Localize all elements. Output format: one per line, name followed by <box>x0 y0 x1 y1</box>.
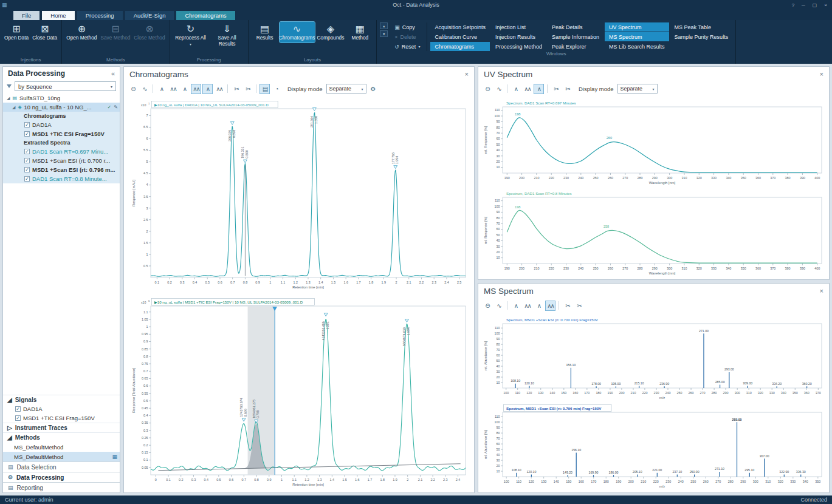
window-item-uv-spectrum[interactable]: UV Spectrum <box>605 22 669 32</box>
close-icon[interactable]: × <box>824 2 827 8</box>
autoscale-icon[interactable]: ∿ <box>139 84 150 94</box>
tree-injection-node[interactable]: ◢ ◈ 10 ng_uL sulfa - 10 NG_... ✓ ✎ <box>3 103 120 112</box>
retention-clock-icon[interactable]: ◔ <box>271 84 281 94</box>
checkbox-checked[interactable]: ✓ <box>15 406 21 412</box>
window-item-sample-purity-results[interactable]: Sample Purity Results <box>670 32 733 41</box>
settings-gear-icon[interactable]: ⚙ <box>368 84 378 94</box>
help-icon[interactable]: ? <box>792 2 794 8</box>
close-panel-icon[interactable]: × <box>820 287 823 295</box>
tree-spectrum-dad1-0697[interactable]: ✓ DAD1 Scan RT=0.697 Minu... <box>3 147 120 156</box>
expander-icon[interactable]: ◢ <box>7 434 12 441</box>
checkbox-checked[interactable]: ✓ <box>24 131 30 137</box>
reprocess-all-button[interactable]: ↻ Reprocess All ▾ <box>173 22 208 48</box>
sidebar-tab-reporting[interactable]: ▤ Reporting <box>3 482 120 492</box>
window-item-chromatograms[interactable]: Chromatograms <box>430 42 490 51</box>
autoscale-icon[interactable]: ∿ <box>493 84 504 94</box>
window-item-injection-list[interactable]: Injection List <box>491 22 546 32</box>
signals-section-header[interactable]: ◢ Signals <box>3 395 120 404</box>
signals-item-msd1-tic[interactable]: ✓ MSD1 +TIC ESI Frag=150V <box>3 414 120 423</box>
layout-method-button[interactable]: ▦ Method <box>346 22 373 43</box>
window-item-ms-spectrum[interactable]: MS Spectrum <box>605 32 669 41</box>
link-spectra-icon[interactable]: ∧ <box>534 84 544 94</box>
stack-spectra-icon[interactable]: ∧ <box>534 301 544 311</box>
tab-audit-esign[interactable]: Audit/E-Sign <box>125 11 174 20</box>
subtract-spectrum-icon[interactable]: ✂ <box>562 84 572 94</box>
tree-signal-dad1a[interactable]: ✓ DAD1A <box>3 120 120 129</box>
subtract-spectrum-icon[interactable]: ✂ <box>574 301 584 311</box>
zoom-out-icon[interactable]: ⊖ <box>482 84 492 94</box>
tic-chromatogram-chart[interactable]: 00.10.20.30.40.50.60.70.80.911.11.21.31.… <box>126 296 472 491</box>
instrument-traces-header[interactable]: ▷ Instrument Traces <box>3 423 120 432</box>
overlay-spectra-icon[interactable]: ∧ <box>511 84 521 94</box>
display-mode-select[interactable]: Separate ▾ <box>617 84 658 94</box>
tab-file[interactable]: File <box>13 11 40 20</box>
method-item-2[interactable]: MS_DefaultMethod ▦ <box>3 452 120 461</box>
manual-integration-icon[interactable]: ✂ <box>231 84 241 94</box>
tree-signal-msd1-tic[interactable]: ✓ MSD1 +TIC ESI Frag=150V <box>3 129 120 138</box>
checkbox-checked[interactable]: ✓ <box>24 122 30 128</box>
separate-signals-icon[interactable]: ∧∧ <box>168 84 178 94</box>
split-peak-icon[interactable]: ✂ <box>242 84 253 94</box>
window-item-peak-details[interactable]: Peak Details <box>548 22 603 32</box>
method-grid-icon[interactable]: ▦ <box>112 454 117 460</box>
zoom-out-icon[interactable]: ⊖ <box>482 301 492 311</box>
expander-icon[interactable]: ◢ <box>12 105 15 110</box>
minimize-icon[interactable]: ─ <box>802 2 805 8</box>
checkbox-checked[interactable]: ✓ <box>24 167 30 172</box>
zoom-out-icon[interactable]: ⊖ <box>128 84 138 94</box>
maximize-icon[interactable]: ▢ <box>813 2 817 8</box>
window-item-processing-method[interactable]: Processing Method <box>491 42 546 51</box>
reset-window-button[interactable]: ↺ Reset ▾ <box>391 42 424 51</box>
copy-window-button[interactable]: ▣ Copy <box>391 22 424 32</box>
extract-spectrum-icon[interactable]: ✂ <box>562 301 572 311</box>
window-item-calibration-curve[interactable]: Calibration Curve <box>430 32 490 41</box>
group-by-dropdown[interactable]: by Sequence ▾ <box>15 81 116 91</box>
checkbox-checked[interactable]: ✓ <box>15 415 21 421</box>
ms-spectrum-chart-0796[interactable]: 1001101201301401501601701801902002102202… <box>481 404 827 490</box>
dad1a-chromatogram-chart[interactable]: 0.10.20.30.40.50.60.70.80.911.11.21.31.4… <box>126 98 472 293</box>
pencil-icon[interactable]: ✎ <box>114 104 118 110</box>
checkbox-checked[interactable]: ✓ <box>24 176 30 182</box>
tab-chromatograms[interactable]: Chromatograms <box>176 11 235 20</box>
checkbox-checked[interactable]: ✓ <box>24 158 30 163</box>
uv-spectrum-chart-0697[interactable]: 1902002102202302402502602702802903003103… <box>481 98 827 186</box>
window-item-ms-peak-table[interactable]: MS Peak Table <box>670 22 733 32</box>
delete-window-button[interactable]: × Delete <box>391 32 424 41</box>
tree-spectrum-msd1-0796[interactable]: ✓ MSD1 +Scan ESI (rt: 0.796 m... <box>3 165 120 174</box>
display-mode-select[interactable]: Separate ▾ <box>326 84 366 94</box>
close-data-button[interactable]: ⊠ Close Data <box>31 22 58 43</box>
sidebar-tab-data-selection[interactable]: ▤ Data Selection <box>3 461 120 472</box>
uv-spectrum-chart-08[interactable]: 1902002102202302402502602702802903003103… <box>481 189 827 277</box>
signal-details-icon[interactable]: ▤ <box>260 84 270 94</box>
tree-spectrum-msd1-0700[interactable]: ✓ MSD1 +Scan ESI (rt: 0.700 r... <box>3 156 120 165</box>
layout-chromatograms-button[interactable]: ∿ Chromatograms <box>280 22 315 43</box>
window-item-sample-information[interactable]: Sample Information <box>548 32 603 41</box>
link-x-axes-icon[interactable]: ∧∧ <box>191 84 201 94</box>
expander-icon[interactable]: ◢ <box>7 397 12 403</box>
checkbox-checked[interactable]: ✓ <box>24 149 30 154</box>
signals-item-dad1a[interactable]: ✓ DAD1A <box>3 404 120 414</box>
save-method-button[interactable]: ⊟ Save Method <box>99 22 131 43</box>
stack-signals-icon[interactable]: ∧ <box>179 84 190 94</box>
methods-section-header[interactable]: ◢ Methods <box>3 432 120 442</box>
separate-spectra-icon[interactable]: ∧∧ <box>522 84 532 94</box>
sidebar-tab-data-processing[interactable]: ⚙ Data Processing <box>3 472 120 482</box>
method-item-1[interactable]: MS_DefaultMethod <box>3 442 120 452</box>
extract-spectrum-icon[interactable]: ✂ <box>551 84 561 94</box>
window-item-acquisition-setpoints[interactable]: Acquisition Setpoints <box>430 22 490 32</box>
window-item-injection-results[interactable]: Injection Results <box>491 32 546 41</box>
save-all-results-button[interactable]: ⇓ Save All Results <box>210 22 245 48</box>
layout-compounds-button[interactable]: ◈ Compounds <box>316 22 346 43</box>
show-peak-labels-icon[interactable]: ∧∧ <box>214 84 224 94</box>
window-item-ms-lib-search-results[interactable]: MS Lib Search Results <box>605 42 669 51</box>
ms-spectrum-chart-0700[interactable]: 1001101201301401501601701801902002102202… <box>481 315 827 401</box>
separate-spectra-icon[interactable]: ∧∧ <box>522 301 532 311</box>
overlay-spectra-icon[interactable]: ∧ <box>511 301 521 311</box>
close-panel-icon[interactable]: × <box>820 70 823 78</box>
link-spectra-icon[interactable]: ∧∧ <box>545 301 555 311</box>
close-panel-icon[interactable]: × <box>465 70 469 78</box>
window-spin-down-button[interactable]: ▾ <box>380 30 388 37</box>
tree-sequence-node[interactable]: ◢ ▤ SulfaSTD_10ng <box>3 94 120 103</box>
overlay-signals-icon[interactable]: ∧ <box>156 84 167 94</box>
tab-home[interactable]: Home <box>42 11 74 20</box>
